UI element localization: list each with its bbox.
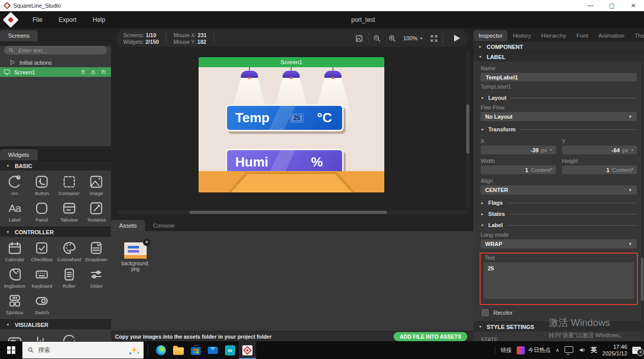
background-image-button[interactable] [353, 32, 366, 45]
flex-flow-dropdown[interactable]: No Layout ▼ [481, 112, 637, 121]
style-settings-header[interactable]: ▼ STYLE SETTINGS [473, 321, 644, 332]
tab-history[interactable]: History [508, 30, 536, 41]
widget-roller[interactable]: Roller [55, 264, 83, 291]
tab-screens[interactable]: Screens [0, 30, 38, 41]
add-file-into-assets-button[interactable]: ADD FILE INTO ASSETS [394, 332, 467, 341]
widget-dropdown[interactable]: Dropdown [83, 238, 110, 264]
tab-widgets[interactable]: Widgets [0, 149, 38, 160]
links-toolbar[interactable]: 链接 [495, 346, 512, 354]
widget-label[interactable]: Aa Label [1, 198, 29, 225]
temp-panel-widget[interactable]: Temp 25 °C [226, 104, 344, 131]
fit-screen-button[interactable] [427, 32, 440, 45]
taskbar-capture-app[interactable]: ∞ [221, 341, 239, 359]
network-display-icon[interactable] [565, 346, 573, 353]
menu-file[interactable]: File [24, 16, 50, 23]
section-controller[interactable]: ▼ CONTROLLER [0, 227, 111, 237]
volume-icon[interactable] [578, 347, 586, 353]
widget-switch[interactable]: Switch [29, 291, 56, 317]
canvas-hscrollbar[interactable] [117, 210, 467, 214]
asset-background-png[interactable]: ✕ background.png [120, 242, 151, 272]
width-field[interactable]: 1 Content* [481, 165, 556, 174]
label-subsection[interactable]: ▼ Label [481, 222, 637, 228]
widget-image[interactable]: Image [83, 172, 110, 198]
clock[interactable]: 17:46 2025/1/12 [602, 344, 627, 357]
unit-caret-icon[interactable]: ▼ [631, 149, 634, 152]
menu-export[interactable]: Export [50, 16, 85, 23]
ime-indicator[interactable]: 英 [591, 346, 598, 354]
screens-search[interactable] [4, 46, 107, 54]
taskbar-squareline[interactable] [239, 341, 256, 359]
label-section-header[interactable]: ▼ LABEL [473, 51, 644, 62]
unit-caret-icon[interactable]: ▼ [550, 149, 553, 152]
y-field[interactable]: -64 px ▼ [562, 146, 637, 154]
tab-themes[interactable]: Themes [629, 30, 644, 41]
screens-search-input[interactable] [17, 47, 96, 54]
height-field[interactable]: 1 Content* [562, 165, 637, 174]
x-field[interactable]: -39 px ▼ [481, 146, 556, 154]
asset-remove-button[interactable]: ✕ [143, 239, 150, 246]
start-button[interactable] [0, 341, 22, 359]
long-mode-dropdown[interactable]: WRAP ▼ [481, 239, 637, 248]
recolor-row[interactable]: Recolor [482, 309, 644, 316]
section-basic[interactable]: ▼ BASIC [0, 160, 111, 171]
flags-subsection[interactable]: ► Flags [481, 200, 637, 206]
zoom-in-button[interactable] [386, 32, 399, 45]
align-dropdown[interactable]: CENTER ▼ [481, 185, 637, 195]
inspector-scroll-thumb[interactable] [641, 258, 643, 301]
taskbar-file-explorer[interactable] [170, 341, 187, 359]
states-subsection[interactable]: ► States [481, 211, 637, 217]
minimize-button[interactable]: — [580, 2, 601, 9]
widget-slider[interactable]: Slider [83, 264, 110, 291]
asset-thumbnail[interactable]: ✕ [124, 242, 147, 259]
widget-keyboard[interactable]: Keyboard [29, 264, 56, 291]
temp-label[interactable]: Temp [235, 110, 269, 126]
widget-calendar[interactable]: Calendar [1, 238, 29, 264]
widget-spinbox[interactable]: Spinbox [1, 291, 29, 317]
taskbar-search[interactable]: 搜索 [22, 342, 144, 358]
taskbar-edge[interactable] [152, 341, 170, 359]
temp-value-label-selected[interactable]: 25 [291, 114, 302, 122]
canvas-vscrollbar[interactable] [466, 51, 470, 209]
menu-help[interactable]: Help [85, 16, 114, 23]
widget-textarea[interactable]: Textarea [83, 198, 110, 225]
humi-label[interactable]: Humi [235, 154, 268, 170]
close-button[interactable]: ✕ [623, 2, 644, 9]
zoom-out-button[interactable] [371, 32, 384, 45]
device-screen-body[interactable]: Temp 25 °C Humi % [199, 67, 384, 192]
humi-unit-label[interactable]: % [311, 154, 323, 170]
tab-console[interactable]: Console [145, 220, 183, 231]
tab-font[interactable]: Font [571, 30, 593, 41]
component-section-header[interactable]: ► COMPONENT [473, 41, 644, 51]
widget-checkbox[interactable]: Checkbox [29, 238, 56, 264]
widget-container[interactable]: Container [55, 172, 83, 198]
tab-animation[interactable]: Animation [593, 30, 629, 41]
play-button[interactable] [450, 32, 463, 45]
widget-imgbutton[interactable]: Imgbutton [1, 264, 29, 291]
temp-unit-label[interactable]: °C [317, 110, 332, 126]
delete-icon[interactable] [80, 69, 87, 75]
widget-button[interactable]: Button [29, 172, 56, 198]
widget-colorwheel[interactable]: Colorwheel [55, 238, 83, 264]
initial-actions-row[interactable]: Initial actions [0, 58, 111, 67]
tab-hierarchy[interactable]: Hierarchy [536, 30, 571, 41]
inspector-scrollbar[interactable] [641, 57, 643, 339]
transform-subsection[interactable]: ▼ Transform [481, 126, 637, 132]
notification-center[interactable]: 3 [632, 347, 641, 354]
layout-subsection[interactable]: ▼ Layout [481, 95, 637, 101]
tab-inspector[interactable]: Inspector [473, 30, 508, 41]
maximize-button[interactable]: ▢ [601, 2, 623, 9]
section-visualiser[interactable]: ▼ VISUALISER [0, 319, 111, 329]
zoom-level-dropdown[interactable]: 100%▼ [401, 35, 425, 41]
hscroll-thumb[interactable] [189, 211, 387, 214]
widget-panel[interactable]: Panel [29, 198, 56, 225]
taskbar-mail[interactable] [204, 341, 221, 359]
widget-tabview[interactable]: Tabview [55, 198, 83, 225]
vscroll-thumb[interactable] [466, 104, 469, 154]
screen1-row[interactable]: Screen1 [0, 67, 111, 77]
lock-icon[interactable] [90, 69, 97, 75]
widget-arc[interactable]: Arc [1, 172, 29, 198]
recolor-checkbox[interactable] [482, 309, 489, 316]
name-input[interactable] [485, 74, 633, 81]
taskbar-store[interactable] [187, 341, 204, 359]
name-field[interactable] [481, 73, 637, 81]
